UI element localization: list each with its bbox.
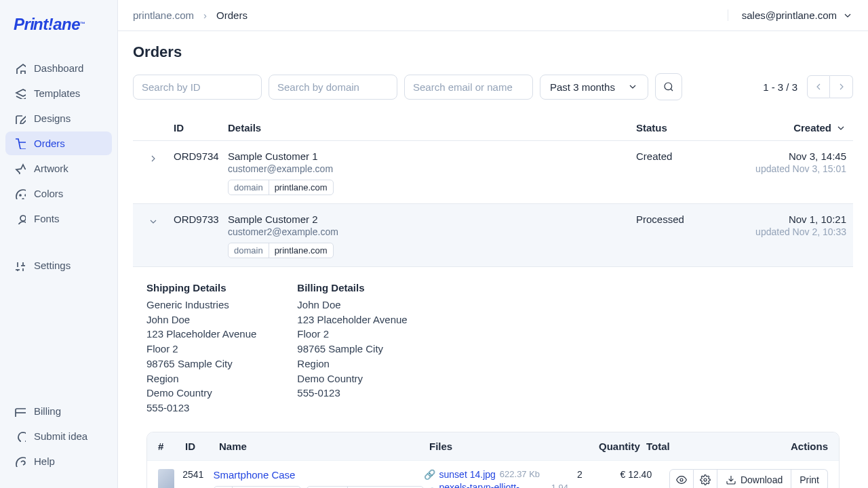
chevron-down-icon [627, 81, 638, 92]
sidebar-item-help[interactable]: Help [5, 449, 112, 473]
order-updated: updated Nov 3, 15:01 [738, 163, 846, 174]
account-menu[interactable]: sales@printlane.com [728, 9, 853, 21]
expand-toggle[interactable] [133, 214, 174, 258]
chevron-down-icon [148, 216, 159, 227]
print-button[interactable]: Print [791, 469, 828, 488]
chevron-right-icon [148, 153, 159, 164]
svg-point-6 [20, 216, 26, 221]
star-icon [15, 163, 26, 174]
settings-button[interactable] [694, 469, 717, 488]
preview-button[interactable] [669, 469, 694, 488]
type-icon [15, 214, 26, 224]
order-updated: updated Nov 2, 10:33 [738, 226, 846, 237]
sidebar-item-submit-idea[interactable]: Submit idea [5, 424, 112, 448]
search-icon [663, 81, 674, 92]
nav-main: Dashboard Templates Designs Orders Artwo… [0, 46, 117, 399]
search-domain-input[interactable] [269, 75, 397, 100]
nav-label: Designs [34, 113, 71, 124]
sliders-icon [15, 260, 26, 271]
col-details: Details [228, 122, 636, 134]
order-status: Created [636, 150, 738, 195]
order-created: Nov 1, 10:21 [738, 214, 846, 225]
sidebar-item-fonts[interactable]: Fonts [5, 207, 112, 230]
page-title: Orders [133, 43, 853, 61]
shipping-details: Shipping Details Generic Industries John… [146, 281, 256, 415]
search-contact-input[interactable] [404, 75, 533, 100]
nav-label: Submit idea [34, 430, 87, 442]
sidebar-item-artwork[interactable]: Artwork [5, 157, 112, 180]
search-id-input[interactable] [133, 75, 262, 100]
item-thumbnail [158, 469, 174, 488]
nav-label: Colors [34, 188, 63, 199]
layers-icon [15, 88, 26, 99]
order-details-panel: Shipping Details Generic Industries John… [133, 267, 853, 488]
customer-email: customer@example.com [228, 163, 636, 174]
help-icon [15, 456, 26, 467]
domain-tag: domain printlane.com [228, 243, 334, 258]
sidebar-item-designs[interactable]: Designs [5, 106, 112, 130]
item-qty: 2 [577, 469, 620, 480]
nav-label: Settings [34, 260, 71, 271]
gear-icon [700, 474, 711, 485]
table-header: ID Details Status Created [133, 115, 853, 141]
order-row: ORD9734 Sample Customer 1 customer@examp… [133, 141, 853, 204]
download-button[interactable]: Download [717, 469, 791, 488]
col-created[interactable]: Created [738, 122, 853, 134]
account-email: sales@printlane.com [742, 9, 837, 21]
sidebar-item-colors[interactable]: Colors [5, 182, 112, 205]
breadcrumb-current: Orders [216, 9, 248, 21]
customer-name: Sample Customer 2 [228, 214, 636, 225]
item-total: € 12.40 [620, 469, 669, 480]
breadcrumb-root[interactable]: printlane.com [133, 9, 194, 21]
nav-label: Templates [34, 87, 80, 99]
topbar: printlane.com › Orders sales@printlane.c… [118, 0, 868, 30]
customer-email: customer2@example.com [228, 226, 636, 237]
credit-card-icon [15, 406, 26, 417]
items-header: # ID Name Files Quantity Total Actions [147, 432, 839, 460]
page-counter: 1 - 3 / 3 [763, 81, 797, 93]
search-button[interactable] [655, 73, 682, 100]
eye-icon [676, 474, 687, 485]
file-link[interactable]: 🔗pexels-taryn-elliott-3889705.jpg1.94 Mb [424, 482, 578, 488]
item-name[interactable]: Smartphone Case [214, 469, 424, 481]
nav-label: Artwork [34, 163, 68, 174]
date-range-select[interactable]: Past 3 months [540, 75, 648, 100]
file-link[interactable]: 🔗sunset 14.jpg622.37 Kb [424, 469, 578, 480]
sidebar-item-orders[interactable]: Orders [5, 131, 112, 155]
sidebar-item-dashboard[interactable]: Dashboard [5, 56, 112, 80]
date-range-label: Past 3 months [550, 81, 615, 93]
chevron-left-icon [813, 81, 824, 92]
order-id: ORD9734 [174, 150, 228, 195]
pager [807, 75, 853, 98]
item-id: 2541 [182, 469, 213, 480]
main: printlane.com › Orders sales@printlane.c… [118, 0, 868, 488]
svg-point-23 [704, 479, 707, 481]
order-status: Processed [636, 214, 738, 258]
order-created: Nov 3, 14:45 [738, 150, 846, 162]
pager-next[interactable] [830, 75, 853, 98]
paperclip-icon: 🔗 [424, 469, 435, 480]
sidebar: Print!ane™ Dashboard Templates Designs O… [0, 0, 118, 488]
content: Orders Past 3 months 1 - 3 / 3 [118, 31, 868, 488]
order-row: ORD9733 Sample Customer 2 customer2@exam… [133, 204, 853, 267]
filters: Past 3 months 1 - 3 / 3 [133, 73, 853, 100]
chevron-down-icon [842, 10, 853, 21]
svg-point-3 [20, 195, 21, 196]
palette-icon [15, 188, 26, 199]
chevron-right-icon: › [203, 9, 207, 21]
col-status: Status [636, 122, 738, 134]
order-id: ORD9733 [174, 214, 228, 258]
billing-details: Billing Details John Doe 123 Placeholder… [297, 281, 407, 415]
nav-label: Billing [34, 405, 61, 417]
sidebar-item-billing[interactable]: Billing [5, 399, 112, 423]
orders-table: ID Details Status Created ORD9734 Sam [133, 115, 853, 488]
pager-prev[interactable] [807, 75, 830, 98]
breadcrumb: printlane.com › Orders [133, 9, 248, 21]
sidebar-item-templates[interactable]: Templates [5, 81, 112, 105]
nav-label: Dashboard [34, 62, 83, 74]
nav-label: Help [34, 455, 55, 467]
sidebar-item-settings[interactable]: Settings [5, 253, 112, 277]
expand-toggle[interactable] [133, 150, 174, 195]
bulb-icon [15, 431, 26, 442]
line-item: 2541 Smartphone Case idsmartphone-case d… [147, 460, 839, 488]
